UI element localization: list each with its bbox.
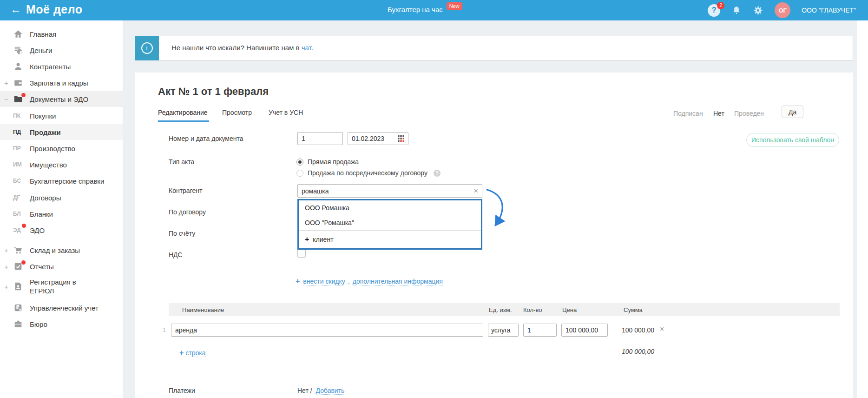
sidebar-item-kontragenty[interactable]: Контрагенты	[0, 58, 123, 74]
dropdown-option-2[interactable]: ООО "Ромашка"	[299, 215, 481, 230]
expand-plus-icon[interactable]: +	[4, 262, 8, 270]
item-name-input[interactable]	[171, 324, 483, 337]
plus-icon: +	[179, 349, 184, 357]
sidebar-item-dokumenty-edo[interactable]: − Документы и ЭДО	[0, 91, 123, 107]
vat-label: НДС	[169, 251, 183, 259]
row-number: 1	[163, 326, 166, 333]
signed-value: Нет	[713, 110, 724, 117]
item-price-input[interactable]	[561, 324, 608, 337]
info-banner: i Не нашли что искали? Напишите нам в ча…	[135, 36, 853, 60]
wallet-icon	[13, 78, 23, 88]
sidebar-subitem-dogovory[interactable]: ДГ Договоры	[0, 189, 123, 206]
col-price: Цена	[562, 306, 577, 313]
home-icon	[13, 29, 23, 39]
accountant-hour-label: Бухгалтер на час	[388, 6, 443, 13]
radio-unselected-icon[interactable]	[296, 170, 303, 177]
registration-doc-icon	[13, 281, 23, 292]
company-name[interactable]: ООО "ГЛАВУЧЕТ"	[802, 7, 856, 14]
signed-label: Подписан	[673, 110, 703, 117]
subitem-code: ПК	[13, 113, 20, 119]
scrollbar-track[interactable]	[857, 20, 868, 398]
accountant-hour-link[interactable]: Бухгалтер на часNew	[388, 6, 462, 14]
tab-usn[interactable]: Учет в УСН	[269, 109, 303, 116]
notification-dot	[21, 93, 26, 97]
sidebar-item-otchety[interactable]: + Отчеты	[0, 258, 123, 274]
app-logo[interactable]: Моё дело	[26, 3, 83, 16]
document-card	[135, 73, 853, 398]
doc-number-input[interactable]	[297, 132, 343, 145]
subitem-code: БС	[13, 178, 21, 184]
sidebar-item-dengi[interactable]: ₽ Деньги	[0, 42, 123, 58]
contractor-value: ромашка	[302, 187, 329, 195]
dropdown-add-client[interactable]: +клиент	[299, 230, 481, 248]
tab-editing[interactable]: Редактирование	[158, 109, 208, 116]
item-qty-input[interactable]	[523, 324, 557, 337]
add-payment-link[interactable]: Добавить	[316, 387, 345, 395]
sidebar-item-label: Бюро	[30, 319, 109, 328]
table-total: 100 000,00	[613, 348, 654, 355]
sidebar-item-byuro[interactable]: Бюро	[0, 316, 123, 332]
sidebar-subitem-imushchestvo[interactable]: ИМ Имущество	[0, 156, 123, 172]
vat-checkbox[interactable]	[297, 249, 306, 258]
chat-link[interactable]: чат	[302, 44, 311, 52]
cart-icon	[13, 245, 23, 255]
expand-plus-icon[interactable]: +	[4, 283, 8, 291]
plus-icon: +	[305, 235, 309, 243]
sidebar-subitem-spravki[interactable]: БС Бухгалтерские справки	[0, 172, 123, 189]
annotation-arrow	[484, 186, 517, 234]
sidebar-item-upravlencheskiy[interactable]: ₽ Управленческий учет	[0, 299, 123, 316]
money-icon: ₽	[13, 45, 23, 55]
bell-icon[interactable]	[731, 5, 742, 15]
doc-date-input[interactable]: 01.02.2023	[348, 132, 408, 145]
sidebar-item-zarplata[interactable]: + Зарплата и кадры	[0, 74, 123, 91]
sidebar-subitem-prodazhi[interactable]: ПД Продажи	[0, 124, 123, 140]
gear-icon[interactable]	[753, 5, 763, 16]
delete-row-icon[interactable]: ×	[660, 325, 664, 333]
person-icon	[13, 61, 23, 72]
dropdown-option-1[interactable]: ООО Ромашка	[299, 200, 481, 215]
contractor-input[interactable]: ромашка ×	[297, 184, 482, 198]
avatar[interactable]: ОГ	[775, 2, 790, 18]
sidebar-item-sklad[interactable]: + Склад и заказы	[0, 242, 123, 258]
sidebar-subitem-blanki[interactable]: БЛ Бланки	[0, 206, 123, 222]
sidebar-subitem-proizvodstvo[interactable]: ПР Производство	[0, 140, 123, 156]
additional-info-link[interactable]: дополнительная информация	[353, 278, 443, 285]
sidebar-item-label: Управленческий учет	[30, 303, 109, 312]
add-row-link[interactable]: строка	[185, 349, 205, 357]
sidebar-item-registraciya[interactable]: + Регистрация в ЕГРЮЛ	[0, 274, 123, 298]
sidebar: Главная ₽ Деньги Контрагенты + Зарплата …	[0, 20, 123, 398]
extra-links-row: + внести скидку , дополнительная информа…	[296, 277, 443, 285]
clear-icon[interactable]: ×	[473, 187, 478, 195]
subitem-code: БЛ	[13, 211, 21, 217]
use-template-button[interactable]: Использовать свой шаблон	[746, 133, 839, 147]
doc-date-value: 01.02.2023	[352, 135, 384, 142]
item-unit-input[interactable]	[488, 324, 519, 337]
sidebar-subitem-pokupki[interactable]: ПК Покупки	[0, 107, 123, 124]
briefcase-icon	[13, 319, 23, 329]
sidebar-subitem-edo[interactable]: ЭД ЭДО	[0, 222, 123, 238]
radio-direct-sale[interactable]: Прямая продажа	[296, 157, 359, 166]
calendar-icon[interactable]	[398, 135, 404, 142]
sidebar-item-label: Документы и ЭДО	[30, 94, 109, 103]
subitem-label: Производство	[30, 144, 109, 153]
add-discount-link[interactable]: внести скидку	[303, 278, 345, 285]
help-question-icon[interactable]: ?	[434, 170, 441, 177]
expand-plus-icon[interactable]: +	[4, 79, 8, 86]
subitem-label: Продажи	[30, 127, 109, 136]
expand-plus-icon[interactable]: +	[4, 246, 8, 254]
contractor-label: Контрагент	[169, 187, 202, 194]
posted-toggle-button[interactable]: Да	[782, 106, 803, 118]
help-button[interactable]: ? 2	[708, 4, 720, 17]
col-sum: Сумма	[624, 306, 643, 313]
radio-selected-icon[interactable]	[296, 159, 303, 166]
tab-preview[interactable]: Просмотр	[222, 109, 252, 116]
sidebar-item-glavnaya[interactable]: Главная	[0, 26, 123, 42]
sidebar-item-label: Зарплата и кадры	[30, 78, 109, 87]
back-icon[interactable]: ←	[10, 3, 21, 16]
collapse-minus-icon[interactable]: −	[4, 95, 8, 103]
invoice-label: По счёту	[169, 230, 195, 237]
subitem-label: ЭДО	[30, 226, 109, 234]
radio-intermediary-sale[interactable]: Продажа по посредническому договору ?	[296, 168, 441, 178]
management-rub-icon: ₽	[13, 303, 23, 313]
banner-text: Не нашли что искали? Напишите нам в чат.	[171, 44, 313, 52]
